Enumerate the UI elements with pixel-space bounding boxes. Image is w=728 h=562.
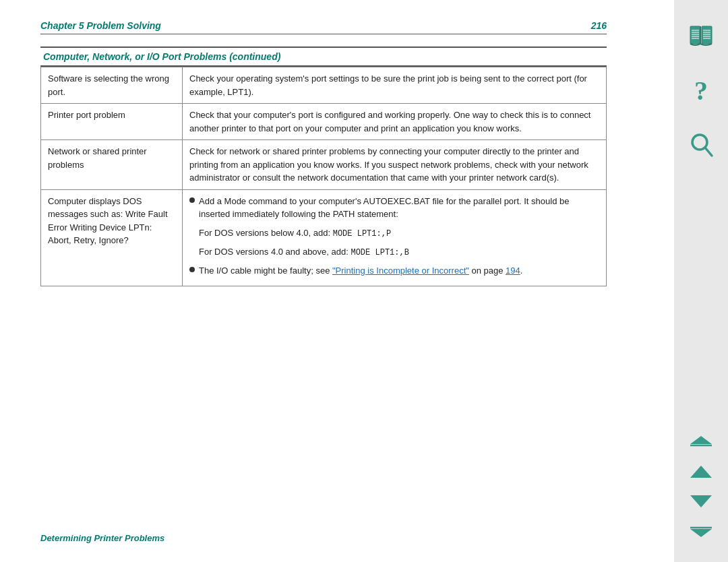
chapter-label: Chapter 5 Problem Solving [40,20,161,31]
last-page-button[interactable] [684,516,718,542]
printing-incomplete-link[interactable]: "Printing is Incomplete or Incorrect" [332,266,469,276]
svg-marker-19 [690,495,712,507]
svg-rect-0 [690,26,700,44]
problem-cell: Software is selecting the wrong port. [41,67,183,104]
section-title: Computer, Network, or I/O Port Problems … [40,46,607,67]
table-row: Computer displays DOS messages such as: … [41,189,607,286]
problem-cell: Computer displays DOS messages such as: … [41,189,183,286]
first-page-button[interactable] [684,431,718,457]
next-page-button[interactable] [684,488,718,513]
footer-text: Determining Printer Problems [40,533,164,543]
bullet-item-1: Add a Mode command to your computer's AU… [189,195,599,221]
sidebar: ? [674,0,728,562]
problem-cell: Network or shared printer problems [41,140,183,190]
bullet-dot [189,197,195,203]
prev-page-button[interactable] [684,460,718,485]
nav-buttons [684,431,718,549]
page-link[interactable]: 194 [506,266,520,276]
search-icon[interactable] [681,121,721,168]
table-row: Network or shared printer problems Check… [41,140,607,190]
page-number: 216 [591,20,607,31]
dos-below-line: For DOS versions below 4.0, add: MODE LP… [199,226,599,240]
svg-rect-1 [702,26,712,44]
svg-marker-18 [690,466,712,478]
svg-marker-20 [690,529,712,537]
solution-cell: Check your operating system's port setti… [183,67,607,104]
code-above: MODE LPT1:,B [351,248,408,257]
svg-marker-16 [690,436,712,444]
header-line: Chapter 5 Problem Solving 216 [40,20,607,34]
bullet1-text: Add a Mode command to your computer's AU… [199,195,599,221]
svg-line-15 [705,148,712,156]
solution-cell: Check for network or shared printer prob… [183,140,607,190]
dos-above-line: For DOS versions 4.0 and above, add: MOD… [199,245,599,259]
bullet-item-2: The I/O cable might be faulty; see "Prin… [189,264,599,278]
problem-table: Software is selecting the wrong port. Ch… [40,67,607,286]
bullet-dot-2 [189,267,195,272]
bullet2-text: The I/O cable might be faulty; see "Prin… [199,264,522,278]
code-below: MODE LPT1:,P [333,229,391,239]
book-icon[interactable] [681,13,721,61]
table-row: Printer port problem Check that your com… [41,104,607,140]
svg-text:?: ? [694,76,708,106]
help-icon[interactable]: ? [681,67,721,115]
main-content: Chapter 5 Problem Solving 216 Computer, … [0,0,634,562]
problem-cell: Printer port problem [41,104,183,140]
solution-cell-complex: Add a Mode command to your computer's AU… [183,189,607,286]
table-row: Software is selecting the wrong port. Ch… [41,67,607,104]
solution-cell: Check that your computer's port is confi… [183,104,607,140]
